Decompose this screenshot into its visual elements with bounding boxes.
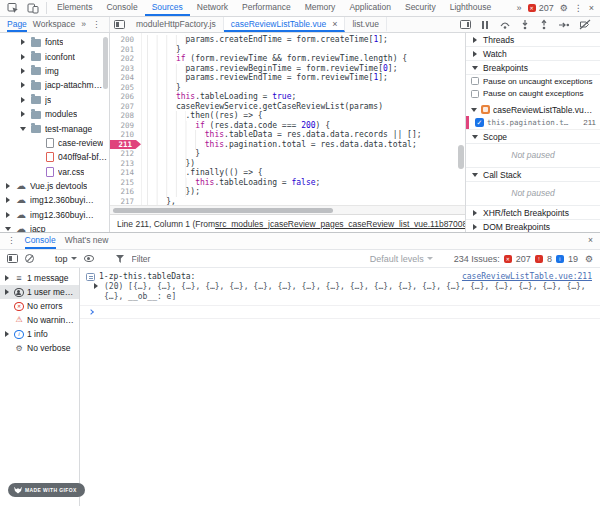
- code-line-text[interactable]: });: [141, 187, 200, 197]
- code-line-text[interactable]: params.reviewEndTime = form.reviewTime[1…: [141, 73, 388, 83]
- line-number[interactable]: 200: [110, 35, 141, 45]
- editor-tab-casereviewlisttable-vue[interactable]: caseReviewListTable.vue×: [224, 17, 346, 32]
- line-number[interactable]: 209: [110, 121, 141, 131]
- top-tab-sources[interactable]: Sources: [145, 0, 190, 16]
- console-filter-1-info[interactable]: 1 info: [0, 327, 79, 341]
- console-filter-1-user-me[interactable]: 1 user me…: [0, 285, 79, 299]
- code-line-text[interactable]: }): [141, 159, 195, 169]
- line-number[interactable]: 205: [110, 83, 141, 93]
- tree-item-jacp[interactable]: jacp: [0, 222, 109, 232]
- console-filter-no-verbose[interactable]: No verbose: [0, 341, 79, 355]
- top-tab-security[interactable]: Security: [398, 0, 443, 16]
- console-filter-no-errors[interactable]: No errors: [0, 299, 79, 313]
- tab-console[interactable]: Console: [25, 233, 56, 249]
- console-prompt[interactable]: [80, 306, 600, 319]
- code-line-text[interactable]: this.tableLoading = false;: [141, 178, 320, 188]
- step-over-icon[interactable]: [499, 19, 511, 30]
- line-number[interactable]: 217: [110, 197, 141, 206]
- line-number[interactable]: 203: [110, 64, 141, 74]
- pause-uncaught-row[interactable]: Pause on uncaught exceptions: [466, 75, 600, 88]
- line-number[interactable]: 212: [110, 149, 141, 159]
- close-drawer-icon[interactable]: ×: [588, 233, 593, 249]
- code-line-text[interactable]: }: [141, 149, 200, 159]
- code-line-text[interactable]: .then((res) => {: [141, 111, 263, 121]
- section-threads[interactable]: Threads: [466, 33, 600, 47]
- top-tab-performance[interactable]: Performance: [235, 0, 298, 16]
- context-selector[interactable]: top: [55, 254, 77, 264]
- pause-script-icon[interactable]: [480, 20, 490, 30]
- code-line-text[interactable]: this.tableLoading = true;: [141, 92, 296, 102]
- device-toolbar-icon[interactable]: [23, 0, 43, 16]
- breakpoint-marker[interactable]: 211: [110, 140, 141, 150]
- line-number[interactable]: 202: [110, 54, 141, 64]
- tree-item-img12-360buyi[interactable]: img12.360buyi…: [0, 208, 109, 222]
- tree-item-modules[interactable]: modules: [0, 107, 109, 121]
- navigator-more-tabs-icon[interactable]: »: [81, 17, 86, 32]
- kebab-menu-icon[interactable]: ⋮: [574, 3, 583, 13]
- breakpoint-file-group[interactable]: caseReviewListTable.vu…: [466, 103, 600, 116]
- top-tab-lighthouse[interactable]: Lighthouse: [443, 0, 499, 16]
- code-line-text[interactable]: params.reviewBeginTime = form.reviewTime…: [141, 64, 397, 74]
- top-tab-elements[interactable]: Elements: [50, 0, 99, 16]
- console-sidebar-toggle-icon[interactable]: [7, 254, 18, 263]
- error-count-badge[interactable]: ✕207: [528, 3, 554, 13]
- line-number[interactable]: 213: [110, 159, 141, 169]
- top-tab-network[interactable]: Network: [190, 0, 235, 16]
- section-watch[interactable]: Watch: [466, 47, 600, 61]
- editor-tab-modulehttpfactory-js[interactable]: moduleHttpFactory.js: [129, 17, 224, 32]
- editor-tab-list-vue[interactable]: list.vue: [345, 17, 386, 32]
- code-line-text[interactable]: this.pagination.total = res.data.data.to…: [141, 140, 417, 150]
- code-line-text[interactable]: .finally(() => {: [141, 168, 263, 178]
- editor-hscrollbar-thumb[interactable]: [113, 208, 333, 213]
- step-out-icon[interactable]: [539, 19, 549, 30]
- section-xhr-breakpoints[interactable]: XHR/fetch Breakpoints: [466, 206, 600, 220]
- tree-item-js[interactable]: js: [0, 93, 109, 107]
- debugger-sidebar-toggle-icon[interactable]: [460, 20, 471, 29]
- tree-item-case-review[interactable]: case-review: [0, 136, 109, 150]
- console-array-preview[interactable]: (20) [{…}, {…}, {…}, {…}, {…}, {…}, {…},…: [80, 281, 600, 306]
- inspect-element-icon[interactable]: [3, 0, 23, 16]
- section-call-stack[interactable]: Call Stack: [466, 168, 600, 182]
- navigator-toggle-icon[interactable]: [110, 17, 129, 32]
- step-into-icon[interactable]: [520, 19, 530, 30]
- tree-item-img[interactable]: img: [0, 64, 109, 78]
- tree-item-fonts[interactable]: fonts: [0, 35, 109, 49]
- code-line-text[interactable]: },: [141, 197, 176, 206]
- more-tabs-icon[interactable]: »: [517, 3, 522, 13]
- clear-console-icon[interactable]: [25, 254, 34, 263]
- live-expression-eye-icon[interactable]: [84, 255, 94, 262]
- settings-gear-icon[interactable]: ⚙: [560, 3, 568, 13]
- log-levels-dropdown[interactable]: Default levels: [370, 254, 433, 264]
- checkbox-checked[interactable]: ✓: [475, 118, 484, 127]
- tree-item-vue-js-devtools[interactable]: Vue.js devtools: [0, 179, 109, 193]
- code-line-text[interactable]: if (form.reviewTime && form.reviewTime.l…: [141, 54, 407, 64]
- drawer-menu-icon[interactable]: ⋮: [7, 233, 16, 249]
- console-settings-gear-icon[interactable]: ⚙: [585, 254, 593, 264]
- tab-whats-new[interactable]: What's new: [65, 233, 109, 249]
- breakpoint-entry[interactable]: ✓this.pagination.t…211: [466, 116, 600, 130]
- tab-page[interactable]: Page: [7, 17, 27, 32]
- console-filter-no-warnin[interactable]: No warnin…: [0, 313, 79, 327]
- tree-item-img12-360buyi[interactable]: img12.360buyi…: [0, 193, 109, 207]
- editor-hscrollbar[interactable]: [110, 205, 465, 214]
- code-line-text[interactable]: params.createEndTime = form.createTime[1…: [141, 35, 388, 45]
- code-line-text[interactable]: }: [141, 83, 181, 93]
- close-tab-icon[interactable]: ×: [330, 19, 337, 29]
- section-breakpoints[interactable]: Breakpoints: [466, 61, 600, 75]
- expand-chevron-icon[interactable]: [92, 283, 100, 289]
- section-scope[interactable]: Scope: [466, 130, 600, 144]
- top-tab-memory[interactable]: Memory: [298, 0, 343, 16]
- console-filter-input[interactable]: [132, 254, 363, 264]
- source-map-link[interactable]: src_modules_jcaseReview_pages_caseReview…: [215, 219, 465, 229]
- tree-item-test-manage[interactable]: test-manage: [0, 121, 109, 135]
- top-tab-console[interactable]: Console: [99, 0, 144, 16]
- checkbox-unchecked[interactable]: [471, 90, 479, 98]
- checkbox-unchecked[interactable]: [471, 77, 479, 85]
- code-line-text[interactable]: caseReviewService.getCaseReviewList(para…: [141, 102, 383, 112]
- line-number[interactable]: 215: [110, 178, 141, 188]
- tree-item-jacp-attachm[interactable]: jacp-attachm…: [0, 78, 109, 92]
- code-line-text[interactable]: if (res.data.code === 200) {: [141, 121, 330, 131]
- tab-workspace[interactable]: Workspace: [33, 17, 75, 32]
- line-number[interactable]: 206: [110, 92, 141, 102]
- line-number[interactable]: 204: [110, 73, 141, 83]
